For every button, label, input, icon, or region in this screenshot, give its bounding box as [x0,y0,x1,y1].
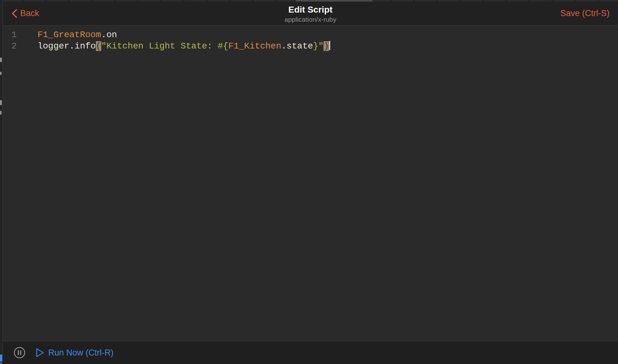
edit-script-sheet: Back Edit Script application/x-ruby Save… [3,2,618,364]
underlying-link-fragment [0,362,2,364]
code-token-string: }" [313,41,324,51]
line-number: 2 [3,41,17,52]
code-token-plain: .on [101,30,117,40]
line-content: F1_GreatRoom.on [17,29,117,41]
underlying-link-fragment [0,355,2,361]
code-editor[interactable]: 1F1_GreatRoom.on2logger.info("Kitchen Li… [3,26,618,341]
save-button-label: Save (Ctrl-S) [560,9,609,18]
underlying-page-left-strip [0,0,3,364]
save-button[interactable]: Save (Ctrl-S) [560,2,609,25]
pause-circle-icon [14,354,26,360]
pause-button[interactable] [14,347,26,359]
run-now-button[interactable]: Run Now (Ctrl-R) [36,348,114,358]
line-number: 1 [3,29,17,41]
script-mime-type: application/x-ruby [284,15,336,23]
chevron-left-icon [11,9,18,19]
run-now-label: Run Now (Ctrl-R) [48,348,114,358]
code-token-bracket: ) [324,41,329,51]
page-title: Edit Script [288,5,332,15]
code-token-atom: F1_Kitchen [228,41,281,51]
back-button[interactable]: Back [11,2,39,25]
code-token-plain: .state [281,41,313,51]
code-token-plain: logger.info [38,41,96,51]
code-lines: 1F1_GreatRoom.on2logger.info("Kitchen Li… [3,29,618,52]
underlying-text-fragment [0,111,2,115]
code-token-atom: F1_GreatRoom [38,30,101,40]
line-content: logger.info("Kitchen Light State: #{F1_K… [17,41,330,52]
back-button-label: Back [20,9,39,18]
code-token-string: "Kitchen Light State: #{ [101,41,228,51]
code-token-bracket: ( [96,41,101,51]
sheet-title-area: Edit Script application/x-ruby [3,2,618,26]
code-line[interactable]: 1F1_GreatRoom.on [3,29,618,41]
text-cursor [329,41,330,50]
sheet-bottombar: Run Now (Ctrl-R) [3,341,618,364]
sheet-topbar: Back Edit Script application/x-ruby Save… [3,2,618,26]
underlying-text-fragment [0,100,2,105]
underlying-text-fragment [0,72,2,75]
code-line[interactable]: 2logger.info("Kitchen Light State: #{F1_… [3,41,618,52]
play-outline-icon [36,348,44,358]
underlying-text-fragment [0,58,2,62]
